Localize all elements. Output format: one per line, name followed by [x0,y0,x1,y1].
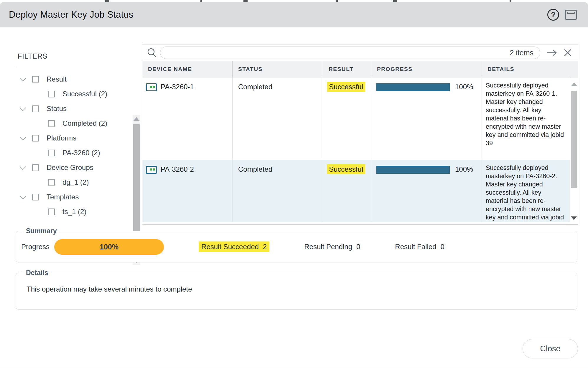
result-succeeded-label: Result Succeeded [201,243,259,251]
column-header-status[interactable]: STATUS [233,61,323,77]
status-cell: Completed [233,77,323,160]
scroll-up-icon[interactable] [133,117,140,121]
filter-checkbox[interactable] [48,120,55,127]
scrollbar-thumb[interactable] [571,91,577,188]
column-header-details[interactable]: DETAILS [482,61,578,77]
filter-checkbox[interactable] [32,105,39,112]
filter-item-label: Successful (2) [62,90,107,98]
background-artifact [510,0,511,2]
column-header-device-name[interactable]: DEVICE NAME [142,61,233,77]
scroll-up-icon[interactable] [571,82,577,86]
summary-legend: Summary [23,227,60,235]
filter-item-dg1: dg_1 (2) [15,175,141,190]
filter-checkbox[interactable] [32,194,39,201]
search-icon [146,47,158,59]
progress-bar [376,166,450,174]
result-pending-stat: Result Pending0 [304,243,360,251]
filter-group-device-groups: Device Groups [15,160,141,175]
search-input[interactable] [167,49,510,57]
background-artifact [243,0,248,2]
filter-group-label: Status [47,105,67,113]
background-artifact [393,0,397,2]
dialog-title: Deploy Master Key Job Status [9,9,134,20]
filter-checkbox[interactable] [48,150,55,156]
result-succeeded-value: 2 [263,243,267,251]
background-artifact [200,0,202,2]
help-icon[interactable]: ? [547,9,559,21]
item-count-badge: 2 items [510,49,533,57]
close-button[interactable]: Close [523,339,578,358]
details-legend: Details [23,269,51,277]
device-name: PA-3260-2 [161,165,194,173]
progress-percent: 100% [455,165,473,173]
chevron-down-icon[interactable] [20,193,26,199]
details-message: This operation may take several minutes … [27,285,577,293]
device-name-cell: PA-3260-1 [142,77,233,160]
result-highlight: Successful [327,164,365,174]
filter-group-status: Status [15,101,141,116]
result-failed-value: 0 [440,243,444,251]
job-status-table: 2 items DEVICE NAME STATUS RESULT PROGRE… [142,44,578,225]
firewall-device-icon [146,166,157,174]
filter-group-templates: Templates [15,190,141,204]
filter-item-pa3260: PA-3260 (2) [15,145,141,160]
result-failed-stat: Result Failed0 [395,243,444,251]
details-cell: Successfully deployed masterkey on PA-32… [482,160,570,222]
filter-checkbox[interactable] [32,76,39,83]
table-scrollbar[interactable] [570,78,578,224]
table-header-row: DEVICE NAME STATUS RESULT PROGRESS DETAI… [142,61,578,77]
scrollbar-thumb[interactable] [133,124,140,233]
apply-filter-arrow-icon[interactable] [546,48,558,57]
progress-label: Progress [21,243,50,251]
background-artifact [105,0,109,2]
filter-item-label: PA-3260 (2) [62,149,100,157]
progress-bar [376,83,450,91]
filter-checkbox[interactable] [32,164,39,171]
details-section: Details This operation may take several … [16,269,577,310]
filters-header: FILTERS [15,44,141,60]
filter-item-completed: Completed (2) [15,116,141,131]
scroll-down-icon[interactable] [571,216,577,220]
result-failed-label: Result Failed [395,243,436,251]
device-name-cell: PA-3260-2 [142,160,233,222]
filters-panel: FILTERS Result Successful (2) Status Com… [15,44,141,225]
help-glyph: ? [551,11,555,19]
filter-tree: Result Successful (2) Status Completed (… [15,67,141,219]
filter-group-label: Platforms [47,134,76,142]
chevron-down-icon[interactable] [20,105,26,111]
filter-checkbox[interactable] [48,179,55,186]
filter-group-label: Device Groups [47,163,93,172]
filter-item-successful: Successful (2) [15,87,141,101]
table-search-row: 2 items [142,44,578,61]
column-header-result[interactable]: RESULT [323,61,371,77]
chevron-down-icon[interactable] [20,134,26,140]
table-row[interactable]: PA-3260-1 Completed Successful 100% Succ… [142,77,578,160]
chevron-down-icon[interactable] [20,163,26,170]
result-pending-label: Result Pending [304,243,352,251]
filter-checkbox[interactable] [48,91,55,97]
details-cell: Successfully deployed masterkey on PA-32… [482,77,570,160]
window-icon-bar [567,12,575,14]
deploy-master-key-job-status-dialog: Deploy Master Key Job Status ? FILTERS R… [0,2,588,367]
filter-group-label: Result [47,75,67,83]
filter-group-platforms: Platforms [15,131,141,145]
table-body: PA-3260-1 Completed Successful 100% Succ… [142,77,578,222]
result-cell: Successful [323,77,371,160]
filter-checkbox[interactable] [48,209,55,215]
progress-cell: 100% [371,77,482,160]
filter-checkbox[interactable] [32,135,39,142]
result-highlight: Successful [327,82,365,92]
table-row[interactable]: PA-3260-2 Completed Successful 100% Succ… [142,160,578,222]
window-icon[interactable] [565,10,577,20]
background-artifact [336,0,338,2]
clear-filter-x-icon[interactable] [563,48,572,57]
filter-group-label: Templates [47,193,79,201]
column-header-progress[interactable]: PROGRESS [371,61,482,77]
device-name: PA-3260-1 [161,83,194,91]
filter-item-label: Completed (2) [62,119,107,128]
firewall-device-icon [146,83,157,91]
filter-item-label: ts_1 (2) [62,208,86,216]
filter-item-ts1: ts_1 (2) [15,204,141,219]
dialog-titlebar: Deploy Master Key Job Status ? [0,2,588,27]
chevron-down-icon[interactable] [20,75,26,81]
